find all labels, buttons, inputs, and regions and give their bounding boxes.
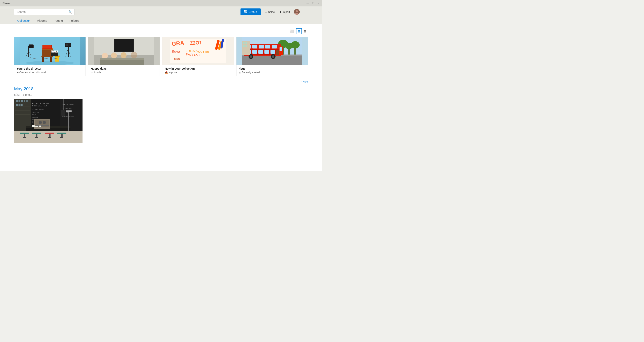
tab-albums[interactable]: Albums xyxy=(34,17,50,24)
happy-card-info: Happy days ☺ #smile xyxy=(88,65,160,76)
svg-rect-95 xyxy=(15,102,30,102)
happy-card-image xyxy=(88,37,160,65)
import-label: Import xyxy=(282,10,290,14)
svg-text:Topaz: Topaz xyxy=(174,57,180,60)
svg-point-20 xyxy=(66,44,68,46)
new-card-image: GRA Z2O1 Seva THANK YOU FOR DAVE LABS To… xyxy=(162,37,234,65)
featured-card-new[interactable]: GRA Z2O1 Seva THANK YOU FOR DAVE LABS To… xyxy=(162,36,234,76)
view-grid-button[interactable]: ⊞ xyxy=(296,28,302,34)
svg-rect-91 xyxy=(246,45,247,47)
hide-button[interactable]: ↑ Hide xyxy=(300,80,308,83)
svg-rect-79 xyxy=(270,50,275,54)
svg-rect-101 xyxy=(21,100,23,102)
svg-rect-11 xyxy=(43,45,51,48)
maximize-button[interactable]: ❐ xyxy=(312,2,314,5)
titlebar: Photos — ❐ ✕ xyxy=(0,0,322,6)
bus-sub-icon: ◎ xyxy=(239,71,241,74)
select-icon: ☰ xyxy=(265,10,267,14)
svg-rect-89 xyxy=(246,42,247,44)
main-content: ⬜ ⊞ ⊟ xyxy=(0,24,322,171)
svg-rect-70 xyxy=(252,45,258,48)
svg-rect-86 xyxy=(280,47,282,51)
svg-rect-28 xyxy=(51,50,58,52)
section-date-row: 5/23 1 photo xyxy=(14,93,308,96)
featured-card-bus[interactable]: #bus ◎ Recently spotted xyxy=(236,36,308,76)
create-button[interactable]: 🖼 Create xyxy=(240,8,260,15)
svg-rect-73 xyxy=(272,45,277,48)
new-card-title: New in your collection xyxy=(165,67,231,70)
hide-label: Hide xyxy=(302,80,308,83)
svg-point-82 xyxy=(250,55,252,58)
featured-card-happy[interactable]: Happy days ☺ #smile xyxy=(88,36,160,76)
view-controls: ⬜ ⊞ ⊟ xyxy=(14,28,308,34)
svg-point-41 xyxy=(120,52,126,58)
new-sub-icon: 📥 xyxy=(165,71,168,74)
svg-point-84 xyxy=(272,55,274,58)
svg-point-1 xyxy=(296,10,298,12)
svg-rect-46 xyxy=(100,58,144,60)
svg-rect-36 xyxy=(114,40,134,51)
svg-point-124 xyxy=(39,121,42,124)
minimize-button[interactable]: — xyxy=(306,2,309,5)
director-sub-icon: ▶ xyxy=(17,71,18,74)
collection-section: May 2018 5/23 1 photo xyxy=(14,86,308,143)
section-count: 1 photo xyxy=(23,93,32,96)
svg-rect-133 xyxy=(20,132,29,134)
svg-rect-139 xyxy=(45,132,54,134)
search-bar[interactable]: 🔍 xyxy=(14,9,74,15)
tab-collection[interactable]: Collection xyxy=(14,17,34,24)
svg-rect-104 xyxy=(16,104,18,106)
svg-rect-98 xyxy=(15,114,30,114)
svg-point-4 xyxy=(26,61,74,65)
svg-rect-128 xyxy=(36,126,38,127)
director-sub-text: Create a video with music xyxy=(19,71,47,74)
svg-text:Máme tapesovano: Máme tapesovano xyxy=(62,116,74,117)
svg-rect-100 xyxy=(18,100,20,102)
hide-arrow-icon: ↑ xyxy=(300,80,302,83)
svg-rect-106 xyxy=(20,104,22,106)
section-date: 5/23 xyxy=(14,93,20,96)
tab-people[interactable]: People xyxy=(50,17,66,24)
svg-rect-9 xyxy=(50,57,52,62)
svg-rect-146 xyxy=(66,110,72,112)
svg-text:Z2O1: Z2O1 xyxy=(190,40,202,46)
svg-rect-78 xyxy=(264,50,269,54)
import-button[interactable]: ⬇ Import xyxy=(279,10,290,14)
close-button[interactable]: ✕ xyxy=(318,2,320,5)
happy-sub-icon: ☺ xyxy=(91,71,93,74)
view-single-button[interactable]: ⬜ xyxy=(288,28,296,34)
svg-rect-99 xyxy=(16,100,18,102)
window-controls: — ❐ ✕ xyxy=(306,2,320,5)
svg-text:cold brew: cold brew xyxy=(32,116,38,118)
tab-folders[interactable]: Folders xyxy=(66,17,83,24)
svg-point-65 xyxy=(291,41,300,48)
director-card-image xyxy=(14,37,86,65)
svg-rect-105 xyxy=(18,104,20,106)
bus-card-info: #bus ◎ Recently spotted xyxy=(236,65,308,76)
svg-rect-21 xyxy=(68,46,69,57)
bus-card-sub: ◎ Recently spotted xyxy=(239,71,305,74)
more-button[interactable]: ··· xyxy=(304,10,308,14)
svg-text:CESTOVNÍ A JÍDANI: CESTOVNÍ A JÍDANI xyxy=(32,102,49,104)
search-input[interactable] xyxy=(17,10,68,14)
nav-tabs: Collection Albums People Folders xyxy=(14,17,308,24)
svg-rect-102 xyxy=(24,100,25,102)
select-button[interactable]: ☰ Select xyxy=(265,10,275,14)
search-icon: 🔍 xyxy=(68,10,72,14)
svg-rect-77 xyxy=(258,50,263,54)
featured-card-director[interactable]: You're the director ▶ Create a video wit… xyxy=(14,36,86,76)
svg-text:finger: finger xyxy=(32,114,36,116)
svg-text:Seva: Seva xyxy=(172,50,180,54)
photo-thumb-cafe[interactable]: CESTOVNÍ A JÍDANI MO/Út - JÍzdo = MoT do… xyxy=(14,99,82,143)
section-title: May 2018 xyxy=(14,86,308,92)
view-small-grid-button[interactable]: ⊟ xyxy=(302,28,308,34)
svg-rect-138 xyxy=(35,137,38,138)
avatar[interactable] xyxy=(294,9,300,15)
new-sub-text: Imported xyxy=(169,71,178,74)
director-card-info: You're the director ▶ Create a video wit… xyxy=(14,65,86,76)
import-icon: ⬇ xyxy=(279,10,282,14)
photo-grid: CESTOVNÍ A JÍDANI MO/Út - JÍzdo = MoT do… xyxy=(14,99,308,143)
happy-sub-text: #smile xyxy=(94,71,101,74)
svg-rect-96 xyxy=(15,106,30,106)
svg-rect-90 xyxy=(243,45,244,47)
